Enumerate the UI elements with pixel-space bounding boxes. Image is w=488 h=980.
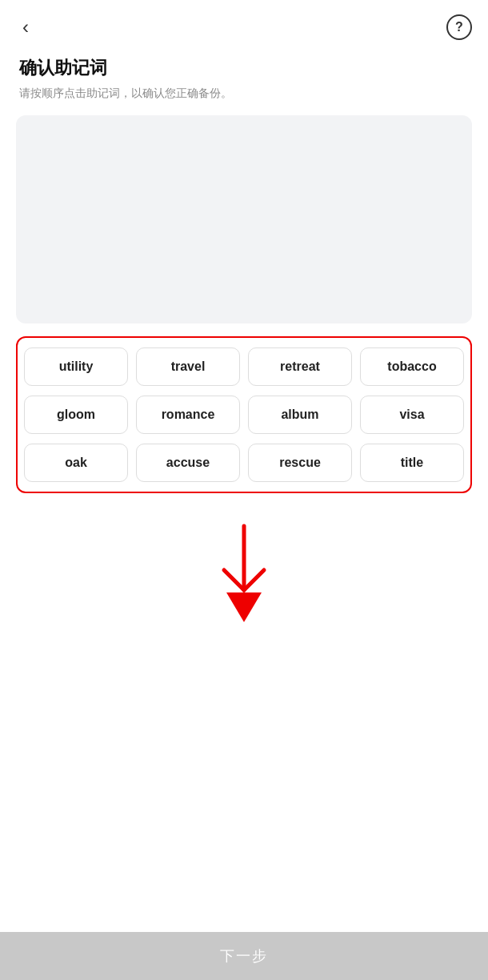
down-arrow-icon (212, 522, 276, 626)
page-subtitle: 请按顺序点击助记词，以确认您正确备份。 (19, 86, 469, 101)
header: ‹ ? (0, 0, 488, 48)
title-section: 确认助记词 请按顺序点击助记词，以确认您正确备份。 (0, 48, 488, 115)
word-chip[interactable]: tobacco (360, 347, 464, 386)
word-display-area (16, 115, 472, 323)
word-chip[interactable]: romance (136, 396, 240, 434)
svg-marker-3 (226, 592, 262, 622)
word-selection-area: utilitytravelretreattobaccogloomromancea… (16, 336, 472, 493)
word-chip[interactable]: album (248, 396, 352, 434)
word-chip[interactable]: retreat (248, 347, 352, 386)
word-chip[interactable]: travel (136, 347, 240, 386)
word-grid: utilitytravelretreattobaccogloomromancea… (24, 347, 464, 482)
back-button[interactable]: ‹ (16, 14, 35, 40)
help-button[interactable]: ? (446, 14, 472, 40)
next-button[interactable]: 下一步 (0, 932, 488, 980)
page-title: 确认助记词 (19, 56, 469, 80)
word-chip[interactable]: accuse (136, 444, 240, 482)
word-chip[interactable]: rescue (248, 444, 352, 482)
svg-line-2 (244, 570, 264, 590)
word-chip[interactable]: gloom (24, 396, 128, 434)
word-chip[interactable]: visa (360, 396, 464, 434)
arrow-section (0, 506, 488, 634)
word-chip[interactable]: oak (24, 444, 128, 482)
word-chip[interactable]: title (360, 444, 464, 482)
svg-line-1 (224, 570, 244, 590)
word-chip[interactable]: utility (24, 347, 128, 386)
